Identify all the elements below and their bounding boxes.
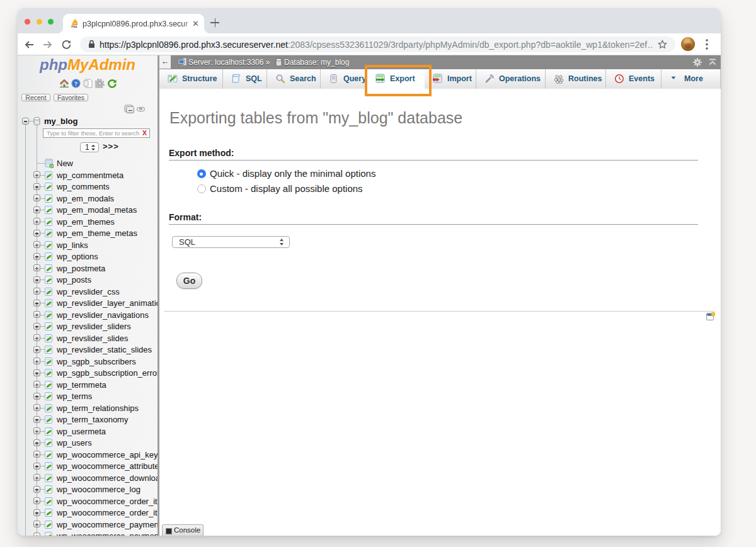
svg-text:PMA: PMA (71, 25, 77, 28)
svg-text:?: ? (74, 80, 78, 87)
